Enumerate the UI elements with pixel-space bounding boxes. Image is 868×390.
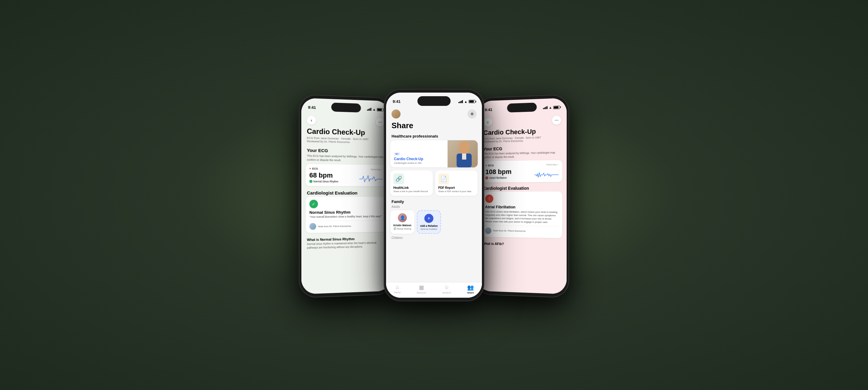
phone-center: 9:41 ▲ xyxy=(384,90,484,301)
phones-container: 9:41 ▲ xyxy=(300,90,568,301)
pdf-option[interactable]: 📄 PDF Report Share a PDF extract of your… xyxy=(435,171,478,196)
more-button-left[interactable]: ··· xyxy=(376,118,384,127)
tab-measure[interactable]: ▦ Measure xyxy=(417,284,426,294)
ecg-status-text-left: Normal Sinus Rhythm xyxy=(313,180,338,183)
healthlink-option[interactable]: 🔗 HealthLink Share a link to your Health… xyxy=(390,171,433,196)
add-relative-icon: + xyxy=(424,214,433,223)
eval-text-red: Your ECG shows atrial fibrillation, whic… xyxy=(485,210,558,224)
ecg-label-right: ♥ ECG xyxy=(486,164,494,167)
center-screen: 9:41 ▲ xyxy=(386,93,482,298)
battery-fill xyxy=(377,108,381,111)
doctor-avatar-right xyxy=(485,227,491,234)
healthlink-sub: Share a link to your Health Record xyxy=(393,190,430,193)
kristin-sharing: 🔄 Mutual Sharing xyxy=(394,228,411,230)
ecg-description-right: This ECG has been analyzed by Withings. … xyxy=(478,151,567,161)
bar1r xyxy=(543,108,544,109)
bar1c xyxy=(458,102,459,103)
what-is-title-left: What is Normal Sinus Rhythm xyxy=(307,237,385,242)
svg-rect-2 xyxy=(462,153,466,159)
back-button-left[interactable]: ‹ xyxy=(307,116,316,125)
tab-share[interactable]: 👥 Share xyxy=(467,284,474,294)
ecg-card-right[interactable]: ♥ ECG Yesterday > 108 bpm Atrial Fibrill… xyxy=(482,160,562,182)
adults-label: Adults xyxy=(386,205,482,210)
family-label: Family xyxy=(386,199,482,205)
more-button-right[interactable]: ··· xyxy=(552,116,561,125)
eval-check-left: ✓ xyxy=(309,200,318,208)
eval-card-left: ✓ Normal Sinus Rhythm "Your overall biom… xyxy=(306,197,386,233)
status-dot-red xyxy=(485,176,488,179)
eval-card-right: ! Atrial Fibrillation Your ECG shows atr… xyxy=(481,191,562,238)
tab-measure-label: Measure xyxy=(417,291,426,294)
back-button-right[interactable]: ‹ xyxy=(484,118,492,127)
add-relative-name: Add a Relative xyxy=(420,224,438,228)
bar2c xyxy=(460,101,461,103)
subtitle-left: ECG from Jane Donovan · Female · born in… xyxy=(301,136,390,147)
ecg-card-left[interactable]: ♥ ECG Yesterday > 68 bpm Normal Sinus Rh… xyxy=(306,164,386,186)
healthlink-title: HealthLink xyxy=(393,186,430,189)
pdf-icon: 📄 xyxy=(438,174,449,184)
wifi-icon-right: ▲ xyxy=(549,106,552,109)
time-center: 9:41 xyxy=(393,99,401,104)
ecg-bpm-right: 108 bpm xyxy=(485,168,512,176)
bar4c xyxy=(462,100,463,103)
add-relative-sub: Send an invitation xyxy=(421,228,437,230)
dynamic-island-center xyxy=(417,96,451,106)
what-is-title-right: What is AFib? xyxy=(483,241,561,246)
signal-icon xyxy=(367,108,372,111)
ecg-status-text-right: Atrial Fibrillation xyxy=(489,176,507,179)
doctor-note-right: Note from Dr. Pierre Escourrou xyxy=(485,225,559,235)
phone-left: 9:41 ▲ xyxy=(300,95,393,297)
tab-achieve-label: Achieve xyxy=(442,291,451,294)
bar4 xyxy=(370,108,371,111)
dynamic-island-left xyxy=(331,102,361,113)
svg-point-0 xyxy=(459,141,470,154)
heart-icon-right: ♥ xyxy=(486,164,487,167)
add-relative-card[interactable]: + Add a Relative Send an invitation xyxy=(417,210,441,234)
what-is-section-right: What is AFib? xyxy=(477,239,567,250)
achieve-icon: ☆ xyxy=(444,284,449,291)
doctor-name-left: Note from Dr. Pierre Escourrou xyxy=(318,224,351,228)
battery-icon-right xyxy=(553,105,560,109)
eval-title-left: Normal Sinus Rhythm xyxy=(309,210,383,215)
signal-icon-right xyxy=(543,106,548,109)
what-is-text-left: Normal sinus rhythm is maintained when t… xyxy=(307,241,385,250)
kristin-name: Kristin Watson xyxy=(393,224,411,227)
cardio-card-title: Cardio Check-Up xyxy=(394,157,444,161)
bar3c xyxy=(461,101,462,103)
eval-title-red: Atrial Fibrillation xyxy=(485,205,559,209)
pdf-title: PDF Report xyxy=(438,186,475,189)
kristin-watson-card[interactable]: 👤 Kristin Watson 🔄 Mutual Sharing xyxy=(390,210,414,234)
status-icons-left: ▲ xyxy=(367,108,383,111)
ecg-bpm-left: 68 bpm xyxy=(309,171,338,179)
measure-icon: ▦ xyxy=(419,284,424,291)
wifi-icon: ▲ xyxy=(373,108,376,111)
tab-home[interactable]: ⌂ Home xyxy=(394,284,401,294)
healthlink-icon: 🔗 xyxy=(393,174,404,184)
ecg-card-header-right: ♥ ECG Yesterday > xyxy=(486,163,559,167)
your-ecg-label-left: Your ECG xyxy=(301,146,390,155)
heart-icon-left: ♥ xyxy=(309,167,311,170)
ecg-description-left: This ECG has been analyzed by Withings. … xyxy=(301,154,390,165)
settings-button-center[interactable]: ⚙ xyxy=(467,110,476,119)
cardio-card[interactable]: W+ Cardio Check-Up Cardiologist review i… xyxy=(390,140,478,168)
doctor-avatar-left xyxy=(310,223,316,230)
status-icons-center: ▲ xyxy=(458,100,475,103)
kristin-avatar: 👤 xyxy=(398,213,407,222)
bar1 xyxy=(367,109,368,111)
eval-warning-icon: ! xyxy=(485,194,493,203)
bar2r xyxy=(544,107,545,109)
wifi-icon-center: ▲ xyxy=(464,100,467,103)
ecg-card-header-left: ♥ ECG Yesterday > xyxy=(309,167,382,171)
ecg-status-right: Atrial Fibrillation xyxy=(485,176,512,179)
bar3r xyxy=(546,107,547,109)
children-label: Children xyxy=(386,236,482,241)
bar2 xyxy=(368,109,369,111)
tab-achieve[interactable]: ☆ Achieve xyxy=(442,284,451,294)
user-avatar-center[interactable] xyxy=(392,110,401,119)
cardio-badge: W+ xyxy=(394,152,400,156)
share-options-row: 🔗 HealthLink Share a link to your Health… xyxy=(390,171,478,196)
kristin-sharing-text: Mutual Sharing xyxy=(397,228,411,230)
left-screen: 9:41 ▲ xyxy=(301,98,391,294)
ecg-time-left: Yesterday > xyxy=(370,168,383,171)
battery-icon-center xyxy=(469,100,475,103)
